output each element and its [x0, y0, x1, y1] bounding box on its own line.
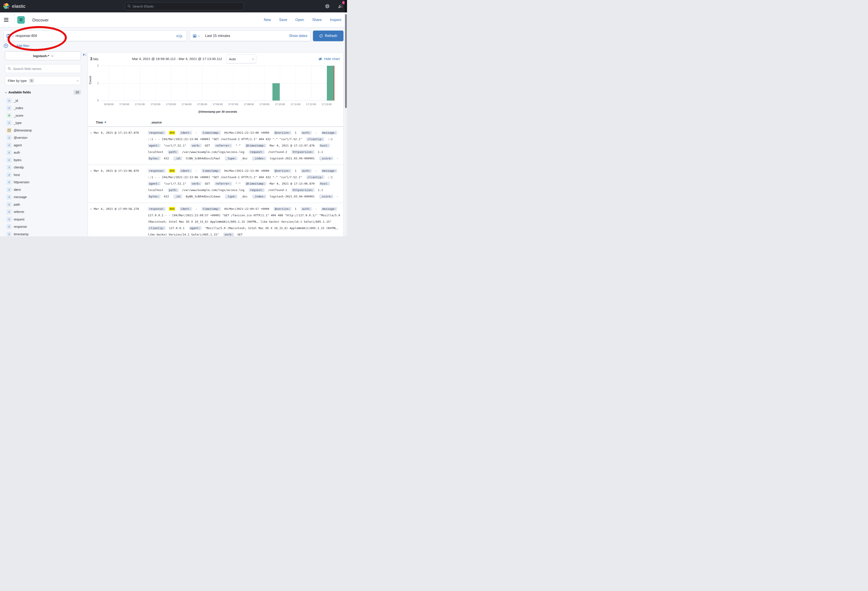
news-icon[interactable]	[338, 3, 343, 10]
expand-row-icon[interactable]: ›	[88, 205, 94, 236]
show-dates-link[interactable]: Show dates	[289, 34, 307, 38]
field-item-httpversion[interactable]: thttpversion	[5, 179, 81, 186]
field-type-string-icon: t	[7, 98, 12, 103]
field-pill: host:	[319, 182, 330, 186]
field-item-version[interactable]: t@version	[5, 134, 81, 142]
field-item-response[interactable]: tresponse	[5, 223, 81, 230]
field-value: ::1	[328, 137, 333, 141]
field-item-score[interactable]: #_score	[5, 112, 81, 119]
x-tick: 17:03:00	[166, 103, 176, 106]
expand-row-icon[interactable]: ›	[88, 130, 94, 162]
field-name: ident	[14, 188, 21, 192]
field-value: -	[195, 131, 197, 134]
elastic-logo-icon	[3, 3, 10, 9]
menu-icon[interactable]	[4, 18, 9, 22]
field-type-string-icon: t	[7, 217, 12, 222]
field-pill: _score:	[319, 195, 334, 198]
y-tick: 2	[97, 64, 99, 67]
field-value: 432	[164, 157, 169, 160]
field-value: 1.1	[318, 150, 323, 154]
refresh-button[interactable]: Refresh	[313, 31, 344, 41]
field-item-id[interactable]: t_id	[5, 97, 81, 105]
field-item-type[interactable]: t_type	[5, 119, 81, 127]
field-value: logstash-2021.03.04-000001	[270, 157, 315, 160]
field-search-input[interactable]	[13, 67, 78, 71]
field-item-request[interactable]: trequest	[5, 216, 81, 223]
action-open[interactable]: Open	[295, 18, 304, 22]
filter-row: – + Add filter	[3, 43, 30, 48]
field-value: ByBN_3cB04dGovJLOawo	[186, 195, 220, 198]
action-new[interactable]: New	[264, 18, 271, 22]
field-item-auth[interactable]: tauth	[5, 149, 81, 157]
histogram-plot[interactable]: 012	[101, 66, 334, 101]
field-item-message[interactable]: tmessage	[5, 194, 81, 201]
current-time-marker	[334, 66, 334, 100]
field-pill: message:	[321, 169, 337, 173]
filter-icon[interactable]	[3, 43, 8, 48]
field-item-path[interactable]: tpath	[5, 201, 81, 208]
histogram-bar-17:13:00[interactable]	[327, 66, 334, 100]
help-icon[interactable]	[325, 4, 330, 9]
field-pill: timestamp:	[201, 169, 221, 173]
field-item-timestamp[interactable]: ttimestamp	[5, 230, 81, 236]
field-item-host[interactable]: thost	[5, 171, 81, 179]
global-search	[125, 2, 244, 10]
row-time: Mar 4, 2021 @ 17:09:58.278	[94, 205, 148, 236]
expand-row-icon[interactable]: ›	[88, 168, 94, 199]
field-name: host	[14, 173, 20, 177]
sort-desc-icon[interactable]	[104, 122, 106, 123]
field-value: _doc	[241, 195, 247, 198]
scrollbar[interactable]	[345, 14, 347, 108]
date-picker-menu-button[interactable]	[190, 31, 202, 41]
action-inspect[interactable]: Inspect	[330, 18, 341, 22]
histogram-chart: Count 012 16:59:0017:00:0017:01:0017:02:…	[88, 65, 343, 115]
field-search-box[interactable]	[5, 64, 81, 73]
field-item-timestamp[interactable]: @timestamp	[5, 127, 81, 134]
field-pill: httpversion:	[291, 150, 314, 154]
filter-by-type-dropdown[interactable]: Filter by type 0	[5, 76, 81, 85]
search-icon	[8, 67, 11, 70]
index-pattern-selector[interactable]: logstash-*	[5, 51, 81, 60]
field-name: request	[14, 217, 24, 221]
table-row: ›Mar 4, 2021 @ 17:13:06.870response: 404…	[88, 165, 343, 203]
available-fields-header[interactable]: Available fields 20	[5, 90, 81, 95]
row-time: Mar 4, 2021 @ 17:13:06.870	[94, 168, 148, 199]
field-name: clientip	[14, 165, 24, 169]
field-value: 1	[295, 207, 297, 210]
field-value: ::1	[328, 176, 333, 179]
add-filter-link[interactable]: + Add filter	[13, 44, 29, 47]
interval-select[interactable]: Auto	[226, 55, 256, 63]
action-share[interactable]: Share	[312, 18, 322, 22]
query-input[interactable]	[15, 34, 173, 38]
field-item-referrer[interactable]: treferrer	[5, 208, 81, 216]
scrollbar-track-dark	[345, 0, 347, 12]
hits-count: 3 hits	[90, 57, 132, 61]
field-pill: verb:	[190, 144, 201, 148]
field-item-agent[interactable]: tagent	[5, 142, 81, 149]
action-save[interactable]: Save	[279, 18, 287, 22]
field-name: @version	[14, 136, 27, 139]
field-type-string-icon: t	[7, 180, 12, 185]
collapse-sidebar-icon[interactable]	[82, 53, 86, 58]
global-search-input[interactable]	[133, 4, 241, 8]
elastic-home-link[interactable]: elastic	[0, 3, 25, 9]
query-language-button[interactable]: KQL	[173, 34, 187, 38]
field-item-index[interactable]: t_index	[5, 105, 81, 112]
field-value: -	[337, 195, 338, 198]
field-value: localhost	[148, 188, 163, 192]
histogram-bar-17:09:30[interactable]	[272, 83, 280, 101]
field-type-string-icon: t	[7, 120, 12, 125]
field-value: 1	[295, 169, 297, 173]
column-time[interactable]: Time	[96, 121, 150, 124]
field-item-ident[interactable]: tident	[5, 186, 81, 194]
field-pill: clientip:	[306, 137, 324, 141]
query-input-box[interactable]: KQL	[3, 31, 187, 41]
time-range-value[interactable]: Last 15 minutes	[205, 34, 230, 38]
hide-chart-link[interactable]: Hide chart	[318, 57, 340, 61]
field-pill: agent:	[189, 226, 202, 230]
saved-query-menu-button[interactable]	[4, 34, 15, 38]
field-item-clientip[interactable]: tclientip	[5, 164, 81, 171]
field-pill: _score:	[319, 157, 334, 160]
field-pill: timestamp:	[201, 131, 221, 134]
field-item-bytes[interactable]: tbytes	[5, 156, 81, 164]
